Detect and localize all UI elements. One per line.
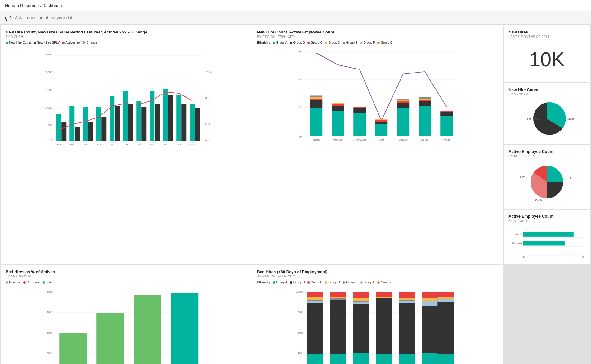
svg-text:West: West [443,138,450,141]
svg-rect-86 [440,111,453,112]
svg-rect-37 [195,108,200,141]
svg-rect-176 [437,354,454,364]
legend-dot [307,42,310,44]
legend-dot [360,281,363,284]
legend-new-hire-count: New Hire Count [6,41,31,44]
svg-rect-151 [330,292,346,297]
legend-group-a: Group A [273,281,288,284]
legend-group-d: Group D [325,41,340,44]
card-new-hires-10k: New Hires LAST 6 MONTHS OF 2014 10K [504,25,590,82]
svg-rect-81 [419,100,431,101]
svg-rect-172 [422,292,438,298]
card-subtitle: BY GENDER [508,93,585,96]
svg-rect-69 [353,107,366,108]
svg-rect-30 [150,91,154,141]
card-active-employee-age: Active Employee Count BY AGE GROUP 50+ [504,145,590,209]
legend-actives-yoy: Actives YoY % Change [62,41,97,44]
svg-rect-59 [310,99,322,100]
card-subtitle: BY REGION, ETHNICITY [257,35,498,38]
svg-rect-159 [353,302,369,304]
svg-rect-174 [422,301,438,306]
svg-text:Central: Central [398,138,407,141]
legend-group-d: Group D [325,281,340,284]
legend-group-e: Group E [343,281,357,284]
legend-dot-teal [6,42,8,44]
legend-dot [360,42,363,44]
legend-dot [273,42,275,44]
chart-legend: New Hire Count New Hires SPLY Actives Yo… [6,41,247,44]
svg-rect-167 [399,298,415,300]
svg-rect-64 [332,106,344,111]
legend-dot [273,281,275,284]
legend-group-b: Group B [290,281,305,284]
svg-rect-144 [307,354,323,364]
svg-rect-24 [110,96,114,141]
svg-text:1,000: 1,000 [45,106,52,109]
svg-rect-21 [88,122,93,141]
svg-rect-71 [375,122,387,124]
svg-text:50+: 50+ [520,175,525,178]
svg-text:Apr: Apr [96,143,101,145]
qa-input[interactable] [14,15,107,21]
svg-rect-168 [399,300,415,301]
svg-rect-17 [61,122,66,141]
svg-text:Aug: Aug [150,143,154,145]
svg-text:2,000: 2,000 [45,71,52,74]
legend-dot [377,281,380,284]
card-subtitle: BY REGION [508,219,585,223]
svg-rect-83 [419,97,431,99]
svg-rect-58 [310,100,322,108]
svg-rect-163 [376,297,392,298]
svg-text:40%: 40% [47,311,52,314]
svg-text:4K: 4K [299,78,302,81]
svg-text:30%: 30% [47,331,52,334]
right-panel-top: New Hires LAST 6 MONTHS OF 2014 10K New … [504,25,590,264]
ethnicity-legend: Ethnicity Group A Group B Group C Group … [257,281,498,284]
legend-dot [325,42,327,44]
svg-rect-78 [397,99,409,100]
svg-text:1,500: 1,500 [45,88,52,91]
svg-text:May: May [110,143,115,145]
card-active-employee-region: Active Employee Count BY REGION North Mi… [504,210,590,264]
svg-rect-177 [437,292,454,297]
bar-chart-bad-hires-pct: 50% 40% 30% 20% 10% 0% [6,286,247,364]
legend-dot [325,281,327,284]
svg-rect-16 [56,114,61,141]
svg-text:Northwest: Northwest [353,138,366,141]
svg-rect-126 [171,293,198,364]
svg-rect-161 [376,354,392,364]
svg-text:Sep: Sep [163,143,168,145]
card-title: New Hires [508,30,585,34]
svg-rect-150 [330,354,346,364]
svg-rect-65 [332,104,344,106]
legend-label: New Hire Count [9,41,31,44]
svg-rect-74 [397,108,409,136]
qa-bar[interactable]: 💬 [0,11,591,25]
svg-rect-156 [353,292,369,298]
legend-dot [343,281,345,284]
svg-text:Jul: Jul [137,143,141,145]
svg-rect-32 [163,89,168,141]
svg-rect-79 [419,106,431,136]
svg-text:4 %: 4 % [205,139,210,142]
legend-label: New Hires SPLY [37,41,60,44]
svg-text:Midwest: Midwest [512,242,522,245]
legend-label: Actives YoY % Change [65,41,97,44]
svg-text:North: North [515,233,522,236]
svg-rect-169 [399,301,415,303]
legend-decrease: Decrease [23,281,40,284]
pie-chart-age: 50+ <30 30-49 [508,160,585,205]
svg-text:Midwest: Midwest [333,138,343,141]
svg-rect-68 [353,108,366,113]
svg-rect-178 [437,297,454,299]
legend-sply: New Hires SPLY [34,41,60,44]
svg-rect-61 [310,96,322,97]
big-number-10k: 10K [508,41,585,78]
svg-rect-19 [75,127,80,141]
svg-rect-123 [59,333,87,364]
svg-rect-80 [419,101,431,106]
stacked-bar-chart-region: 6K 4K 2K 0K [257,46,498,146]
dashboard: New Hire Count, New Hires Same Period La… [0,25,591,364]
svg-rect-160 [376,292,392,354]
legend-dot [290,42,292,44]
